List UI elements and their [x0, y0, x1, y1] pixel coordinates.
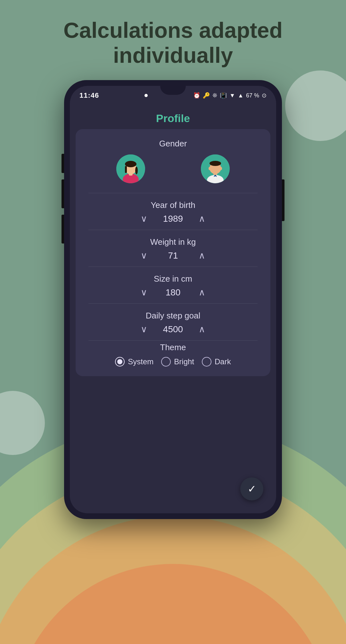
wifi-icon: ▼ — [229, 92, 235, 99]
alarm-icon: ⏰ — [193, 92, 200, 99]
step-goal-decrement-button[interactable]: ∨ — [141, 324, 147, 334]
checkmark-icon: ✓ — [248, 483, 256, 495]
theme-dark-radio[interactable] — [202, 357, 211, 367]
profile-screen-title: Profile — [70, 105, 276, 129]
theme-system-radio-inner — [117, 359, 122, 364]
year-of-birth-label: Year of birth — [88, 200, 258, 210]
gender-label: Gender — [88, 139, 258, 149]
year-decrement-button[interactable]: ∨ — [141, 213, 147, 224]
weight-stepper: ∨ 71 ∧ — [88, 250, 258, 261]
phone-btn-power — [282, 179, 284, 221]
svg-point-12 — [210, 161, 221, 166]
vibrate-icon: 📳 — [220, 92, 227, 99]
step-goal-stepper: ∨ 4500 ∧ — [88, 324, 258, 334]
profile-card: Gender — [76, 129, 270, 376]
screen-content: Profile Gender — [70, 105, 276, 513]
battery-level: 67 % — [246, 92, 259, 99]
theme-system-label: System — [128, 357, 153, 366]
signal-icon: ▲ — [238, 92, 243, 99]
size-value: 180 — [160, 287, 186, 298]
year-increment-button[interactable]: ∧ — [199, 213, 205, 224]
theme-dark-label: Dark — [215, 357, 231, 366]
step-goal-value: 4500 — [160, 324, 186, 334]
divider-2 — [88, 230, 258, 230]
svg-rect-5 — [125, 166, 127, 173]
bg-decoration-top-right — [285, 70, 346, 141]
confirm-fab[interactable]: ✓ — [240, 477, 263, 500]
phone-btn-volume-mute — [62, 154, 64, 173]
weight-label: Weight in kg — [88, 237, 258, 247]
gender-row — [88, 154, 258, 183]
bluetooth-icon: ❊ — [212, 92, 217, 99]
status-time: 11:46 — [79, 91, 99, 100]
theme-system-option[interactable]: System — [115, 357, 153, 367]
size-decrement-button[interactable]: ∨ — [141, 287, 147, 298]
size-label: Size in cm — [88, 274, 258, 284]
phone-btn-volume-up — [62, 179, 64, 208]
svg-point-13 — [209, 167, 210, 170]
weight-increment-button[interactable]: ∧ — [199, 250, 205, 261]
phone-btn-volume-down — [62, 215, 64, 244]
title-line1: Calculations adapted — [63, 18, 283, 42]
status-notification-dot — [144, 94, 148, 97]
theme-options: System Bright Dark — [88, 357, 258, 367]
battery-icon: ⊙ — [262, 92, 267, 99]
step-goal-label: Daily step goal — [88, 311, 258, 321]
svg-point-6 — [135, 167, 138, 174]
avatar-female[interactable] — [116, 154, 145, 183]
size-increment-button[interactable]: ∧ — [199, 287, 205, 298]
theme-bright-label: Bright — [174, 357, 194, 366]
svg-point-14 — [220, 167, 222, 170]
title-line2: individually — [113, 43, 233, 67]
avatar-male[interactable] — [201, 154, 230, 183]
step-goal-increment-button[interactable]: ∧ — [199, 324, 205, 334]
phone-screen: 11:46 ⏰ 🔑 ❊ 📳 ▼ ▲ 67 % ⊙ Profile — [70, 86, 276, 513]
status-icons: ⏰ 🔑 ❊ 📳 ▼ ▲ 67 % ⊙ — [193, 92, 267, 99]
year-of-birth-value: 1989 — [160, 214, 186, 224]
theme-bright-option[interactable]: Bright — [161, 357, 194, 367]
theme-dark-option[interactable]: Dark — [202, 357, 231, 367]
year-of-birth-stepper: ∨ 1989 ∧ — [88, 213, 258, 224]
divider-5 — [88, 340, 258, 341]
weight-decrement-button[interactable]: ∨ — [141, 250, 147, 261]
theme-system-radio[interactable] — [115, 357, 125, 367]
phone-frame: 11:46 ⏰ 🔑 ❊ 📳 ▼ ▲ 67 % ⊙ Profile — [64, 80, 282, 519]
theme-label: Theme — [88, 343, 258, 352]
phone-wrapper: 11:46 ⏰ 🔑 ❊ 📳 ▼ ▲ 67 % ⊙ Profile — [64, 80, 282, 519]
svg-point-4 — [125, 161, 136, 167]
page-title: Calculations adapted individually — [0, 18, 346, 68]
theme-bright-radio[interactable] — [161, 357, 171, 367]
divider-3 — [88, 267, 258, 267]
key-icon: 🔑 — [203, 92, 210, 99]
size-stepper: ∨ 180 ∧ — [88, 287, 258, 298]
divider-1 — [88, 193, 258, 193]
weight-value: 71 — [160, 251, 186, 261]
divider-4 — [88, 303, 258, 304]
